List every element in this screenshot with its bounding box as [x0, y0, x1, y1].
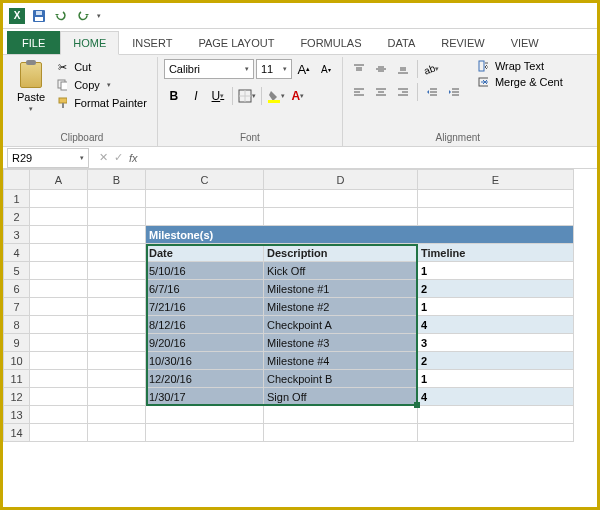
row-header[interactable]: 14 — [4, 424, 30, 442]
cell[interactable] — [88, 352, 146, 370]
cut-button[interactable]: ✂Cut — [53, 59, 151, 75]
cell-timeline[interactable]: 2 — [418, 352, 574, 370]
cell-description[interactable]: Milestone #4 — [264, 352, 418, 370]
cell[interactable] — [88, 208, 146, 226]
cell[interactable] — [88, 190, 146, 208]
column-header[interactable]: C — [146, 170, 264, 190]
cell[interactable] — [264, 406, 418, 424]
cell[interactable] — [88, 406, 146, 424]
fill-color-button[interactable]: ▾ — [266, 86, 286, 106]
cell-description[interactable]: Milestone #1 — [264, 280, 418, 298]
cell-description[interactable]: Sign Off — [264, 388, 418, 406]
cell-date[interactable]: 9/20/16 — [146, 334, 264, 352]
bold-button[interactable]: B — [164, 86, 184, 106]
row-header[interactable]: 3 — [4, 226, 30, 244]
cell[interactable] — [88, 262, 146, 280]
cell-description[interactable]: Checkpoint A — [264, 316, 418, 334]
cell[interactable] — [30, 244, 88, 262]
tab-pagelayout[interactable]: PAGE LAYOUT — [185, 31, 287, 54]
cell[interactable] — [30, 334, 88, 352]
row-header[interactable]: 9 — [4, 334, 30, 352]
cell[interactable] — [30, 262, 88, 280]
row-header[interactable]: 12 — [4, 388, 30, 406]
cell[interactable] — [30, 190, 88, 208]
cell[interactable] — [88, 334, 146, 352]
save-icon[interactable] — [31, 8, 47, 24]
cell[interactable] — [30, 280, 88, 298]
cell[interactable] — [146, 406, 264, 424]
column-header[interactable]: A — [30, 170, 88, 190]
font-color-button[interactable]: A▾ — [288, 86, 308, 106]
cell-timeline[interactable]: 4 — [418, 316, 574, 334]
cell-date[interactable]: 7/21/16 — [146, 298, 264, 316]
cell[interactable] — [30, 226, 88, 244]
merge-center-button[interactable]: Merge & Cent — [474, 75, 567, 89]
name-box[interactable]: R29▾ — [7, 148, 89, 168]
borders-button[interactable]: ▾ — [237, 86, 257, 106]
redo-icon[interactable] — [75, 8, 91, 24]
cell[interactable] — [264, 208, 418, 226]
cell[interactable] — [88, 316, 146, 334]
font-size-select[interactable]: 11▾ — [256, 59, 292, 79]
cell-date[interactable]: 12/20/16 — [146, 370, 264, 388]
align-middle-button[interactable] — [371, 59, 391, 79]
select-all-corner[interactable] — [4, 170, 30, 190]
increase-font-button[interactable]: A▴ — [294, 59, 314, 79]
italic-button[interactable]: I — [186, 86, 206, 106]
cell[interactable] — [88, 424, 146, 442]
cell-timeline[interactable]: 1 — [418, 298, 574, 316]
row-header[interactable]: 13 — [4, 406, 30, 424]
cell[interactable] — [88, 370, 146, 388]
font-name-select[interactable]: Calibri▾ — [164, 59, 254, 79]
cell[interactable] — [418, 190, 574, 208]
format-painter-button[interactable]: Format Painter — [53, 95, 151, 111]
underline-button[interactable]: U▾ — [208, 86, 228, 106]
cell[interactable] — [30, 406, 88, 424]
row-header[interactable]: 11 — [4, 370, 30, 388]
cell[interactable] — [88, 226, 146, 244]
row-header[interactable]: 6 — [4, 280, 30, 298]
cell-date[interactable]: 1/30/17 — [146, 388, 264, 406]
increase-indent-button[interactable] — [444, 82, 464, 102]
cancel-icon[interactable]: ✕ — [99, 151, 108, 164]
cell-timeline[interactable]: 4 — [418, 388, 574, 406]
cell[interactable] — [146, 190, 264, 208]
row-header[interactable]: 4 — [4, 244, 30, 262]
cell[interactable] — [418, 406, 574, 424]
tab-formulas[interactable]: FORMULAS — [287, 31, 374, 54]
column-header[interactable]: B — [88, 170, 146, 190]
cell-date[interactable]: 10/30/16 — [146, 352, 264, 370]
enter-icon[interactable]: ✓ — [114, 151, 123, 164]
wrap-text-button[interactable]: Wrap Text — [474, 59, 567, 73]
cell-description[interactable]: Milestone #2 — [264, 298, 418, 316]
undo-icon[interactable] — [53, 8, 69, 24]
cell-date[interactable]: 8/12/16 — [146, 316, 264, 334]
cell-description[interactable]: Kick Off — [264, 262, 418, 280]
cell[interactable] — [30, 424, 88, 442]
align-bottom-button[interactable] — [393, 59, 413, 79]
cell[interactable] — [418, 208, 574, 226]
column-header[interactable]: E — [418, 170, 574, 190]
align-center-button[interactable] — [371, 82, 391, 102]
row-header[interactable]: 7 — [4, 298, 30, 316]
qat-customize-icon[interactable]: ▾ — [97, 12, 101, 20]
cell[interactable] — [30, 388, 88, 406]
row-header[interactable]: 1 — [4, 190, 30, 208]
cell-timeline[interactable]: 1 — [418, 262, 574, 280]
cell-description[interactable]: Milestone #3 — [264, 334, 418, 352]
cell-timeline[interactable]: 3 — [418, 334, 574, 352]
cell[interactable] — [30, 316, 88, 334]
tab-insert[interactable]: INSERT — [119, 31, 185, 54]
paste-button[interactable]: Paste ▾ — [13, 59, 49, 115]
col-header-description[interactable]: Description — [264, 244, 418, 262]
cell[interactable] — [30, 352, 88, 370]
row-header[interactable]: 8 — [4, 316, 30, 334]
fx-icon[interactable]: fx — [129, 152, 138, 164]
align-top-button[interactable] — [349, 59, 369, 79]
column-header[interactable]: D — [264, 170, 418, 190]
cell-date[interactable]: 6/7/16 — [146, 280, 264, 298]
row-header[interactable]: 10 — [4, 352, 30, 370]
copy-button[interactable]: Copy ▾ — [53, 77, 151, 93]
cell[interactable] — [88, 244, 146, 262]
decrease-font-button[interactable]: A▾ — [316, 59, 336, 79]
